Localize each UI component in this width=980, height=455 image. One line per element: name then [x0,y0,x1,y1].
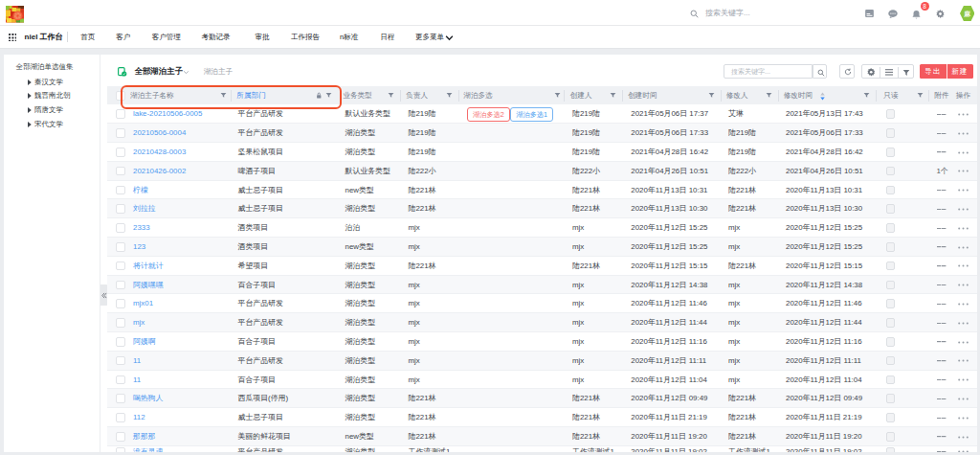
svg-text:麻: 麻 [963,9,971,17]
